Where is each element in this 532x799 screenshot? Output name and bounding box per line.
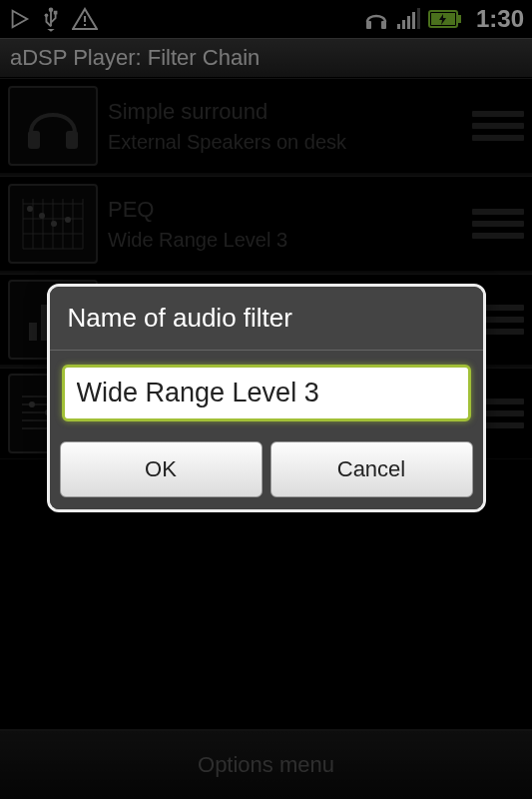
rename-dialog: Name of audio filter OK Cancel	[47, 284, 486, 512]
text-input-wrap	[62, 365, 471, 421]
dialog-header: Name of audio filter	[50, 287, 483, 351]
modal-overlay: Name of audio filter OK Cancel	[0, 0, 532, 799]
dialog-body	[50, 351, 483, 431]
dialog-buttons: OK Cancel	[50, 431, 483, 509]
ok-button[interactable]: OK	[60, 441, 263, 497]
cancel-button[interactable]: Cancel	[270, 441, 473, 497]
dialog-title: Name of audio filter	[68, 303, 292, 333]
filter-name-input[interactable]	[77, 378, 456, 408]
